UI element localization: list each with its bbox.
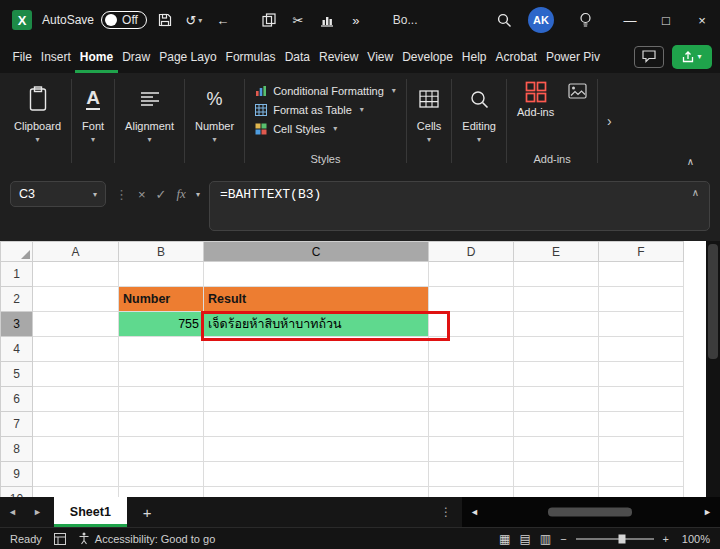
cut-button[interactable]: ✂ [287, 7, 309, 33]
menu-power-pivot[interactable]: Power Piv [541, 40, 604, 73]
column-header-F[interactable]: F [599, 242, 684, 262]
vertical-scrollbar[interactable] [706, 241, 720, 497]
normal-view-button[interactable]: ▦ [499, 532, 510, 546]
cell[interactable] [514, 462, 599, 487]
cell[interactable] [599, 387, 684, 412]
column-header-B[interactable]: B [119, 242, 204, 262]
cell[interactable] [599, 262, 684, 287]
select-all-button[interactable] [1, 242, 33, 262]
chart-button[interactable] [316, 7, 338, 33]
cell[interactable] [204, 412, 429, 437]
cell[interactable] [119, 412, 204, 437]
cell[interactable] [429, 412, 514, 437]
menu-home[interactable]: Home [75, 40, 117, 73]
more-commands-button[interactable]: » [345, 7, 367, 33]
tips-button[interactable] [574, 7, 596, 33]
column-header-E[interactable]: E [514, 242, 599, 262]
menu-view[interactable]: View [363, 40, 398, 73]
autosave-toggle[interactable]: Off [101, 11, 147, 29]
cells-group-button[interactable]: Cells ▾ [407, 79, 451, 167]
cell[interactable] [119, 437, 204, 462]
font-group-button[interactable]: A Font ▾ [72, 79, 114, 167]
cell[interactable] [33, 462, 119, 487]
collapse-ribbon-button[interactable]: ∧ [687, 156, 694, 167]
cell[interactable] [204, 362, 429, 387]
cell[interactable] [119, 362, 204, 387]
cell[interactable] [33, 387, 119, 412]
zoom-level[interactable]: 100% [678, 533, 710, 545]
row-header-2[interactable]: 2 [1, 287, 33, 312]
cell[interactable] [514, 487, 599, 498]
horizontal-scrollbar[interactable]: ◄ ► [462, 497, 720, 527]
macro-record-button[interactable] [54, 533, 66, 545]
cell-C2[interactable]: Result [204, 287, 429, 312]
page-break-view-button[interactable]: ▥ [540, 532, 551, 546]
sheet-tab-active[interactable]: Sheet1 [54, 497, 127, 527]
vertical-scrollbar-thumb[interactable] [708, 244, 718, 359]
cell[interactable] [33, 262, 119, 287]
cell-styles-button[interactable]: Cell Styles ▾ [255, 119, 396, 138]
scroll-right-arrow-icon[interactable]: ► [703, 507, 712, 517]
minimize-button[interactable]: — [612, 0, 648, 40]
cell[interactable] [204, 487, 429, 498]
close-button[interactable]: × [684, 0, 720, 40]
comments-button[interactable] [634, 46, 664, 68]
cell[interactable] [429, 387, 514, 412]
ribbon-overflow-button[interactable]: › [598, 79, 620, 163]
cell[interactable] [119, 262, 204, 287]
row-header-10[interactable]: 10 [1, 487, 33, 498]
formula-input[interactable]: =BAHTTEXT(B3) ∧ [209, 181, 710, 231]
cell[interactable] [429, 262, 514, 287]
cell[interactable] [599, 412, 684, 437]
search-button[interactable] [493, 7, 515, 33]
column-header-C[interactable]: C [204, 242, 429, 262]
tab-options-icon[interactable]: ⋮ [430, 505, 462, 519]
share-button[interactable]: ▾ [672, 45, 712, 69]
zoom-in-button[interactable]: + [663, 533, 669, 545]
cell[interactable] [119, 487, 204, 498]
format-as-table-button[interactable]: Format as Table ▾ [255, 100, 396, 119]
cell[interactable] [599, 312, 684, 337]
insert-function-button[interactable]: fx [177, 186, 186, 202]
column-header-D[interactable]: D [429, 242, 514, 262]
column-header-A[interactable]: A [33, 242, 119, 262]
row-header-1[interactable]: 1 [1, 262, 33, 287]
menu-page-layout[interactable]: Page Layo [155, 40, 221, 73]
cell[interactable] [33, 312, 119, 337]
cell[interactable] [429, 287, 514, 312]
cell[interactable] [429, 362, 514, 387]
page-layout-view-button[interactable]: ▤ [519, 532, 530, 546]
add-sheet-button[interactable]: + [143, 504, 152, 521]
number-group-button[interactable]: % Number ▾ [185, 79, 244, 167]
analyze-data-button[interactable] [568, 81, 587, 100]
scroll-left-arrow-icon[interactable]: ◄ [470, 507, 479, 517]
clipboard-group-button[interactable]: Clipboard ▾ [4, 79, 71, 167]
cell[interactable] [429, 337, 514, 362]
cell[interactable] [514, 437, 599, 462]
cell[interactable] [599, 337, 684, 362]
cancel-button[interactable]: × [138, 187, 146, 202]
zoom-slider[interactable] [576, 538, 654, 540]
cell[interactable] [33, 362, 119, 387]
cell[interactable] [204, 387, 429, 412]
row-header-8[interactable]: 8 [1, 437, 33, 462]
cell[interactable] [429, 312, 514, 337]
row-header-4[interactable]: 4 [1, 337, 33, 362]
cell[interactable] [514, 262, 599, 287]
cell[interactable] [204, 262, 429, 287]
cell[interactable] [599, 437, 684, 462]
cell[interactable] [33, 287, 119, 312]
avatar[interactable]: AK [528, 7, 554, 33]
cell[interactable] [599, 362, 684, 387]
drag-handle-icon[interactable]: ⋮ [115, 187, 128, 202]
row-header-3[interactable]: 3 [1, 312, 33, 337]
menu-review[interactable]: Review [314, 40, 362, 73]
undo-button[interactable]: ↺ ▾ [183, 7, 205, 33]
tabs-scroll-right-button[interactable]: ► [25, 507, 50, 517]
cell[interactable] [429, 462, 514, 487]
collapse-formula-bar-button[interactable]: ∧ [692, 187, 699, 198]
row-header-5[interactable]: 5 [1, 362, 33, 387]
cell[interactable] [119, 337, 204, 362]
cell[interactable] [119, 462, 204, 487]
cell-C3-selected[interactable]: เจ็ดร้อยห้าสิบห้าบาทถ้วน [204, 312, 429, 337]
